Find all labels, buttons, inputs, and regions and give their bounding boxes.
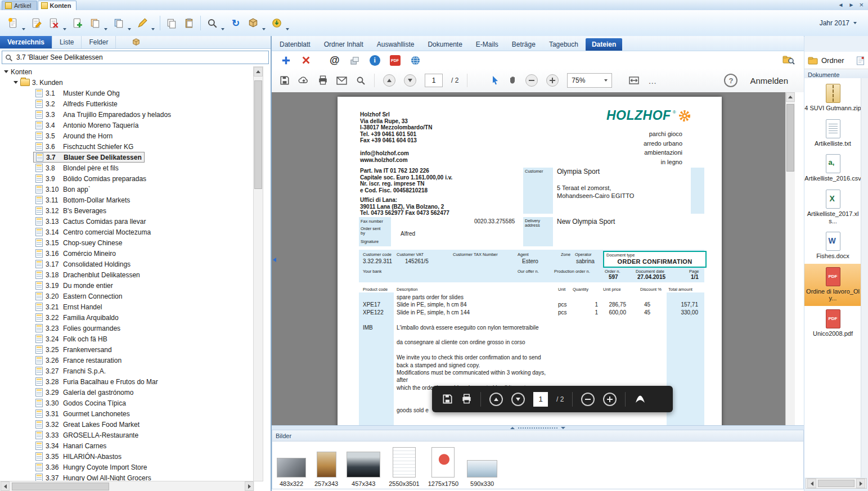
login-button[interactable]: Anmelden [750,76,796,85]
tree-item[interactable]: 3.29 Galería del gastrónomo [0,387,254,398]
folder-icon[interactable] [808,56,818,65]
tree-item[interactable]: 3.4 Antonio Moreno Taquería [0,120,254,130]
sidebar-tab[interactable]: Felder [82,36,116,48]
duplicate-dropdown[interactable] [127,13,131,33]
page-down-button[interactable] [404,74,416,87]
package-button[interactable] [245,15,262,31]
tree-item[interactable]: 3.31 Gourmet Lanchonetes [0,408,254,419]
tree-item[interactable]: 3.37 Hungry Owl All-Night Grocers [0,472,254,481]
tree-item[interactable]: 3.20 Eastern Connection [0,291,254,301]
search-icon[interactable] [356,75,366,85]
files-horizontal-scrollbar[interactable] [806,478,867,489]
tree-item[interactable]: 3.14 Centro comercial Moctezuma [0,227,254,237]
delete-file-button[interactable] [301,55,311,65]
tree-item[interactable]: 3.23 Folies gourmandes [0,323,254,334]
new-record-dropdown[interactable] [21,13,25,33]
cube-icon[interactable] [132,36,141,48]
tree-item[interactable]: 3.32 Great Lakes Food Market [0,419,254,430]
export-dropdown[interactable] [285,13,289,33]
help-icon[interactable]: ? [724,74,737,87]
export-button[interactable] [268,15,285,31]
nav-back-icon[interactable]: ◄ [838,2,844,8]
delete-record-dropdown[interactable] [62,13,66,33]
file-item[interactable]: 4 SUVI Gutmann.zip [804,80,861,116]
new-record-button[interactable] [5,15,21,31]
fit-width-icon[interactable] [628,76,640,85]
pdf-vertical-scrollbar[interactable] [785,92,795,425]
print-icon[interactable] [318,75,328,85]
tree-item[interactable]: 3.16 Comércio Mineiro [0,248,254,259]
page-up-button[interactable] [383,74,395,87]
package-dropdown[interactable] [261,13,266,33]
save-icon[interactable] [280,75,290,85]
web-button[interactable] [410,55,421,66]
file-item[interactable]: Ordine di lavoro_Oly... [804,264,861,306]
image-thumbnail[interactable]: 257x343 [314,452,338,487]
files-vertical-scrollbar[interactable] [861,78,868,478]
tree-item[interactable]: 3.9 Bólido Comidas preparadas [0,173,254,184]
collapse-left-icon[interactable] [273,258,276,262]
detail-tab[interactable]: Tagebuch [543,38,584,51]
add-file-button[interactable] [281,55,291,66]
tree-item[interactable]: 3.5 Around the Horn [0,130,254,141]
tree-item[interactable]: 3.35 HILARIÓN-Abastos [0,451,254,462]
page-number-input[interactable]: 1 [425,74,443,87]
info-button[interactable]: i [370,55,380,66]
image-thumbnail[interactable]: 590x330 [467,460,497,487]
window-tab[interactable]: Konten [38,1,77,10]
tree-item[interactable]: 3.36 Hungry Coyote Import Store [0,462,254,472]
search-icon[interactable] [204,15,221,31]
detail-tab[interactable]: Ordner Inhalt [318,38,370,51]
detail-tab[interactable]: E-Mails [470,38,505,51]
expand-icon[interactable] [14,81,18,84]
more-options-icon[interactable]: … [648,76,657,85]
paste-icon[interactable] [181,15,197,31]
search-dropdown[interactable] [220,13,224,33]
search-folder-icon[interactable] [782,55,795,65]
print-icon[interactable] [461,394,472,404]
window-tab[interactable]: Artikel [2,1,37,10]
tree-item[interactable]: 3.15 Chop-suey Chinese [0,237,254,248]
tree-item[interactable]: 3.21 Ernst Handel [0,301,254,312]
tree-item[interactable]: 3.3 Ana Trujillo Emparedados y helados [0,109,254,120]
zoom-out-button[interactable] [525,74,538,87]
detail-tab[interactable]: Dokumente [421,38,468,51]
sidebar-tab[interactable]: Verzeichnis [0,36,52,48]
duplicate-button[interactable] [110,15,127,31]
page-number-input[interactable]: 1 [533,392,548,407]
tree-item[interactable]: 3.12 B's Beverages [0,205,254,216]
detail-tab[interactable]: Auswahlliste [371,38,421,51]
year-selector[interactable]: Jahr 2017 [820,19,863,27]
file-item[interactable]: Artikelliste_2016.csv [804,151,861,186]
pdf-export-button[interactable]: PDF [390,55,401,66]
upload-icon[interactable] [298,75,309,85]
sidebar-tab[interactable]: Liste [52,36,82,48]
zoom-select[interactable]: 75% [567,73,612,88]
email-file-button[interactable]: @ [330,55,340,66]
hand-tool-icon[interactable] [508,75,517,85]
tree-item[interactable]: 3.22 Familia Arquibaldo [0,312,254,323]
tree-item[interactable]: 3.13 Cactus Comidas para llevar [0,216,254,227]
tree-item[interactable]: 3.17 Consolidated Holdings [0,259,254,269]
tree-item[interactable]: 3.1 Muster Kunde Ohg [0,88,254,98]
tree-item[interactable]: 3.6 Fischzucht Schiefer KG [0,141,254,152]
tree-item[interactable]: 3.18 Drachenblut Delikatessen [0,269,254,280]
zoom-out-button[interactable] [581,393,595,406]
tree-vertical-scrollbar[interactable] [253,66,263,481]
tree-item[interactable]: 3.28 Furia Bacalhau e Frutos do Mar [0,376,254,387]
delete-record-button[interactable] [46,15,62,31]
mail-icon[interactable] [336,76,347,85]
select-cursor-icon[interactable] [491,75,500,85]
tree-item[interactable]: 3.30 Godos Cocina Típica [0,398,254,408]
image-thumbnail[interactable]: 483x322 [277,458,306,487]
zoom-in-button[interactable] [546,74,559,87]
nav-forward-icon[interactable]: ► [849,2,854,8]
file-item[interactable]: Artikelliste_2017.xls... [804,186,861,228]
edit-record-button[interactable] [28,15,45,31]
image-thumbnail[interactable]: 1275x1750 [428,447,458,487]
close-icon[interactable]: × [859,1,863,9]
note-icon[interactable] [856,56,865,65]
file-item[interactable]: Unico2008.pdf [804,306,861,341]
tree-item[interactable]: 3.25 Frankenversand [0,344,254,355]
expand-icon[interactable] [4,70,8,73]
